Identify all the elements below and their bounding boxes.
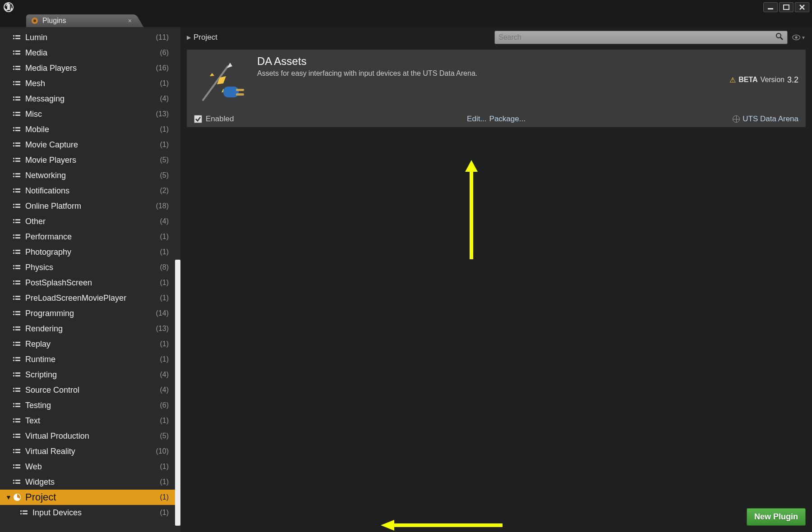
sidebar-item-widgets[interactable]: Widgets(1) [0,474,175,490]
category-count: (5) [160,171,171,179]
svg-rect-47 [15,191,20,193]
sidebar-item-project[interactable]: ▼Project(1) [0,490,175,505]
svg-rect-1 [784,5,789,9]
svg-rect-104 [13,418,14,420]
breadcrumb[interactable]: ▶ Project [187,33,217,42]
svg-rect-33 [13,145,14,147]
svg-rect-21 [13,99,14,101]
sidebar-item-replay[interactable]: Replay(1) [0,336,175,352]
tab-plugins[interactable]: Plugins × [26,14,130,27]
category-icon [13,156,22,164]
svg-rect-120 [13,480,14,481]
enabled-checkbox[interactable] [194,115,202,123]
svg-rect-92 [13,372,14,374]
svg-rect-112 [13,449,14,450]
svg-rect-96 [13,388,14,389]
category-label: Text [25,416,160,426]
sidebar-item-performance[interactable]: Performance(1) [0,229,175,244]
category-count: (1) [160,294,171,302]
plugin-vendor-label: UTS Data Arena [743,115,798,124]
view-options-button[interactable]: ▼ [792,32,806,43]
sidebar-item-media[interactable]: Media(6) [0,45,175,60]
svg-rect-76 [13,311,14,312]
svg-rect-121 [13,482,14,484]
sidebar-item-lumin[interactable]: Lumin(11) [0,30,175,45]
category-icon [13,202,22,210]
sidebar-item-web[interactable]: Web(1) [0,459,175,474]
category-label: Testing [25,401,160,410]
sidebar-item-runtime[interactable]: Runtime(1) [0,352,175,367]
sidebar-item-mobile[interactable]: Mobile(1) [0,122,175,137]
svg-marker-144 [381,520,394,531]
svg-rect-22 [15,96,20,98]
sidebar-item-text[interactable]: Text(1) [0,413,175,428]
sidebar-item-messaging[interactable]: Messaging(4) [0,91,175,106]
sidebar-item-scripting[interactable]: Scripting(4) [0,367,175,382]
svg-rect-52 [13,219,14,220]
sidebar-item-virtual-production[interactable]: Virtual Production(5) [0,428,175,444]
svg-rect-14 [15,66,20,67]
sidebar-item-programming[interactable]: Programming(14) [0,306,175,321]
minimize-button[interactable] [763,2,778,12]
sidebar-item-testing[interactable]: Testing(6) [0,398,175,413]
category-label: Virtual Reality [25,447,156,456]
new-plugin-button[interactable]: New Plugin [747,508,806,526]
sidebar-item-input-devices[interactable]: Input Devices(1) [0,505,175,520]
category-count: (1) [160,248,171,256]
maximize-button[interactable] [779,2,794,12]
sidebar-item-photography[interactable]: Photography(1) [0,244,175,260]
svg-point-3 [33,19,36,22]
category-count: (13) [156,325,171,333]
svg-rect-17 [13,84,14,85]
tab-close-icon[interactable]: × [128,17,132,24]
svg-rect-35 [15,145,20,147]
category-label: Messaging [25,94,160,104]
svg-rect-34 [15,142,20,144]
close-button[interactable] [795,2,809,12]
category-label: Project [25,491,160,503]
sidebar-item-other[interactable]: Other(4) [0,214,175,229]
svg-rect-59 [15,237,20,238]
svg-rect-82 [15,326,20,328]
category-count: (1) [160,509,171,517]
svg-rect-95 [15,375,20,376]
titlebar [0,0,812,14]
svg-rect-32 [13,142,14,144]
sidebar-scrollbar[interactable] [175,27,180,532]
sidebar-item-movie-players[interactable]: Movie Players(5) [0,152,175,168]
category-count: (4) [160,371,171,379]
sidebar-item-postsplashscreen[interactable]: PostSplashScreen(1) [0,275,175,290]
sidebar-item-physics[interactable]: Physics(8) [0,260,175,275]
svg-rect-57 [13,237,14,238]
sidebar-item-preloadscreenmovieplayer[interactable]: PreLoadScreenMoviePlayer(1) [0,290,175,306]
category-label: Online Platform [25,202,156,211]
svg-rect-139 [236,89,244,91]
plugin-package-link[interactable]: Package... [489,115,526,124]
sidebar-item-source-control[interactable]: Source Control(4) [0,382,175,398]
plugin-edit-link[interactable]: Edit... [467,115,486,124]
sidebar-item-misc[interactable]: Misc(13) [0,106,175,122]
svg-rect-65 [13,268,14,269]
sidebar-item-rendering[interactable]: Rendering(13) [0,321,175,336]
sidebar-item-online-platform[interactable]: Online Platform(18) [0,198,175,214]
svg-rect-62 [15,250,20,251]
sidebar-item-virtual-reality[interactable]: Virtual Reality(10) [0,444,175,459]
svg-rect-125 [20,510,22,512]
sidebar-item-media-players[interactable]: Media Players(16) [0,60,175,76]
svg-rect-19 [15,84,20,85]
sidebar-item-notifications[interactable]: Notifications(2) [0,183,175,198]
svg-rect-15 [15,69,20,70]
plugin-vendor-link[interactable]: UTS Data Arena [733,115,798,124]
sidebar-item-networking[interactable]: Networking(5) [0,168,175,183]
sidebar-item-movie-capture[interactable]: Movie Capture(1) [0,137,175,152]
category-icon [13,172,22,179]
plugin-description: Assets for easy interfacing with input d… [257,69,729,78]
search-input[interactable] [498,33,775,41]
sidebar-item-mesh[interactable]: Mesh(1) [0,76,175,91]
svg-line-130 [780,37,783,40]
search-box[interactable] [494,31,788,44]
svg-rect-106 [15,418,20,420]
svg-rect-50 [15,204,20,205]
scrollbar-thumb[interactable] [175,260,180,526]
svg-rect-83 [15,329,20,330]
